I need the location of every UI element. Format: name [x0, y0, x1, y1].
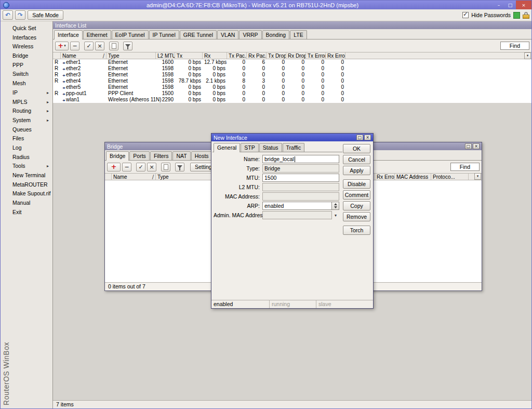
remove-button[interactable]: −	[70, 42, 79, 50]
interface-row[interactable]: R◂▸ether3Ethernet15980 bps0 bps000000	[53, 72, 531, 78]
sidebar-item-radius[interactable]: Radius	[1, 153, 52, 162]
interface-row[interactable]: ◂▸ether5Ethernet15980 bps0 bps000000	[53, 84, 531, 90]
interface-list-titlebar[interactable]: Interface List	[53, 21, 531, 29]
column-header-rx-pac[interactable]: Rx Pac...	[247, 52, 267, 59]
sidebar-item-mesh[interactable]: Mesh	[1, 79, 52, 88]
bridge-tab-hosts[interactable]: Hosts	[191, 151, 212, 160]
bridge-tab-bridge[interactable]: Bridge	[106, 151, 129, 161]
dialog-close-button[interactable]: ×	[364, 135, 371, 140]
bridge-column-header-rx-errors[interactable]: Rx Errors	[375, 174, 395, 180]
bridge-filter-button[interactable]	[175, 163, 184, 171]
spinner-button[interactable]	[332, 202, 339, 210]
bridge-remove-button[interactable]: −	[122, 163, 131, 171]
sidebar-item-manual[interactable]: Manual	[1, 199, 52, 208]
dialog-button-comment[interactable]: Comment	[343, 190, 370, 200]
sidebar-item-switch[interactable]: Switch	[1, 70, 52, 79]
sidebar-item-new-terminal[interactable]: New Terminal	[1, 171, 52, 180]
sidebar-item-quick-set[interactable]: Quick Set	[1, 24, 52, 33]
dialog-button-torch[interactable]: Torch	[343, 226, 370, 235]
bridge-tab-filters[interactable]: Filters	[150, 151, 172, 160]
bridge-disable-button[interactable]: ×	[147, 163, 156, 171]
dialog-tab-traffic[interactable]: Traffic	[283, 143, 305, 152]
dialog-button-copy[interactable]: Copy	[343, 201, 370, 210]
interface-tab-interface[interactable]: Interface	[54, 30, 83, 39]
dialog-tab-status[interactable]: Status	[259, 143, 282, 152]
field-arp[interactable]: enabled	[262, 202, 332, 210]
interface-tab-lte[interactable]: LTE	[290, 30, 307, 39]
bridge-column-header-protoco[interactable]: Protoco...	[431, 174, 469, 180]
sidebar-item-wireless[interactable]: Wireless	[1, 42, 52, 51]
dialog-tab-stp[interactable]: STP	[241, 143, 258, 152]
sidebar-item-mpls[interactable]: MPLS▸	[1, 98, 52, 107]
sidebar-item-exit[interactable]: Exit	[1, 208, 52, 217]
sidebar-item-system[interactable]: System▸	[1, 116, 52, 125]
dialog-button-ok[interactable]: OK	[343, 144, 370, 153]
sidebar-item-tools[interactable]: Tools▸	[1, 162, 52, 171]
dropdown-arrow-icon[interactable]: ▾	[332, 211, 339, 219]
bridge-column-selector-button[interactable]: ▾	[474, 173, 481, 180]
dialog-maximize-button[interactable]: □	[356, 135, 363, 140]
dialog-titlebar[interactable]: New Interface □ ×	[211, 134, 373, 141]
interface-row[interactable]: R◂▸ether2Ethernet15980 bps0 bps000000	[53, 65, 531, 72]
bridge-find-box[interactable]: Find	[450, 163, 480, 171]
field-mtu[interactable]: 1500	[262, 174, 339, 182]
undo-button[interactable]: ↶	[3, 10, 13, 20]
dialog-button-apply[interactable]: Apply	[343, 166, 370, 175]
enable-button[interactable]: ✓	[84, 42, 94, 50]
sidebar-item-make-supout-rif[interactable]: Make Supout.rif	[1, 189, 52, 199]
interface-row[interactable]: R◂▸ether1Ethernet16000 bps12.7 kbps06000…	[53, 59, 531, 65]
hide-passwords-checkbox[interactable]: ✓	[462, 12, 469, 18]
sidebar-item-bridge[interactable]: Bridge	[1, 51, 52, 61]
sidebar-item-queues[interactable]: Queues	[1, 125, 52, 135]
sidebar-item-routing[interactable]: Routing▸	[1, 107, 52, 116]
find-box[interactable]: Find	[500, 42, 529, 50]
column-header-rx[interactable]: Rx	[203, 52, 227, 59]
bridge-enable-button[interactable]: ✓	[136, 163, 145, 171]
bridge-tab-ports[interactable]: Ports	[129, 151, 150, 160]
maximize-button[interactable]: □	[504, 1, 516, 9]
column-header-tx-drops[interactable]: Tx Drops	[267, 52, 286, 59]
sidebar-item-interfaces[interactable]: Interfaces	[1, 33, 52, 43]
sidebar-item-log[interactable]: Log	[1, 143, 52, 153]
dialog-tab-general[interactable]: General	[214, 143, 240, 152]
interface-tab-vrrp[interactable]: VRRP	[239, 30, 261, 39]
interface-row[interactable]: ◂▸wlan1Wireless (Atheros 11N)22900 bps0 …	[53, 97, 531, 103]
sidebar-item-files[interactable]: Files	[1, 134, 52, 143]
sidebar-item-ppp[interactable]: PPP	[1, 61, 52, 70]
close-button[interactable]: ×	[516, 1, 531, 9]
column-header-l2-mtu[interactable]: L2 MTU	[156, 52, 175, 59]
field-name[interactable]: bridge_local	[262, 155, 339, 163]
bridge-close-button[interactable]: ×	[473, 143, 480, 149]
column-header-rx-errors[interactable]: Rx Errors	[326, 52, 345, 59]
interface-row[interactable]: R◂▸ppp-out1PPP Client15000 bps0 bps00000…	[53, 90, 531, 97]
column-header-type[interactable]: Type	[107, 52, 156, 59]
interface-tab-ip-tunnel[interactable]: IP Tunnel	[149, 30, 179, 39]
column-selector-button[interactable]: ▾	[524, 52, 531, 59]
dialog-button-cancel[interactable]: Cancel	[343, 155, 370, 164]
interface-tab-bonding[interactable]: Bonding	[262, 30, 290, 39]
add-interface-button[interactable]: +▾	[55, 42, 69, 50]
interface-tab-vlan[interactable]: VLAN	[217, 30, 238, 39]
minimize-button[interactable]: –	[493, 1, 504, 9]
sidebar-item-metarouter[interactable]: MetaROUTER	[1, 180, 52, 190]
safe-mode-button[interactable]: Safe Mode	[28, 10, 63, 20]
column-header-rx-drops[interactable]: Rx Drops	[286, 52, 306, 59]
bridge-comment-button[interactable]	[161, 163, 170, 171]
redo-button[interactable]: ↷	[15, 10, 25, 20]
bridge-tab-nat[interactable]: NAT	[172, 151, 190, 160]
interface-tab-gre-tunnel[interactable]: GRE Tunnel	[180, 30, 217, 39]
column-header-name[interactable]: Name/	[61, 52, 107, 59]
column-header-tx[interactable]: Tx	[175, 52, 203, 59]
dialog-button-remove[interactable]: Remove	[343, 212, 370, 221]
interface-tab-eoip-tunnel[interactable]: EoIP Tunnel	[112, 30, 149, 39]
interface-row[interactable]: R◂▸ether4Ethernet159878.7 kbps2.1 kbps83…	[53, 78, 531, 84]
interface-tab-ethernet[interactable]: Ethernet	[83, 30, 111, 39]
disable-button[interactable]: ×	[95, 42, 104, 50]
comment-button[interactable]	[109, 42, 118, 50]
filter-button[interactable]	[123, 42, 132, 50]
sidebar-item-ip[interactable]: IP▸	[1, 88, 52, 98]
bridge-add-button[interactable]: +	[107, 163, 121, 171]
bridge-column-header-name[interactable]: Name/	[112, 174, 156, 180]
bridge-column-header-mac-address[interactable]: MAC Address	[395, 174, 431, 180]
dialog-button-disable[interactable]: Disable	[343, 179, 370, 189]
